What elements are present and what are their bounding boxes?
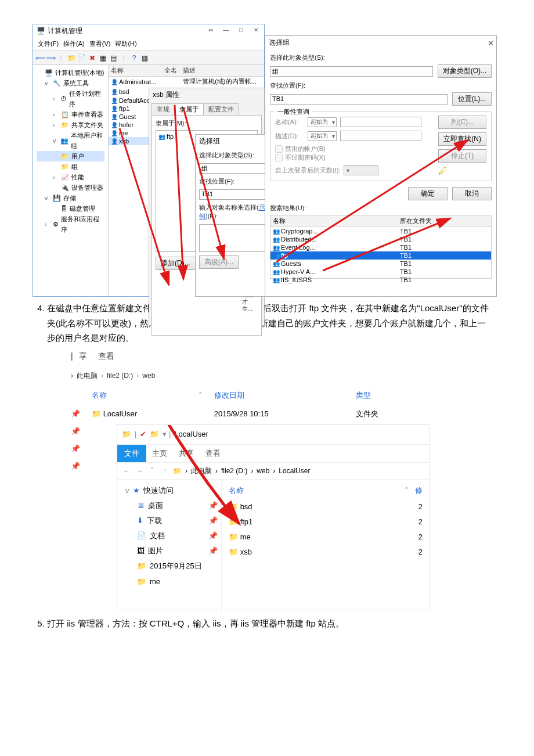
crumb-localuser[interactable]: LocalUser [279, 465, 310, 477]
tab-view[interactable]: 查看 [200, 445, 226, 462]
advanced-button[interactable]: 高级(A)... [199, 255, 239, 269]
result-row[interactable]: Event Log...TB1 [270, 243, 491, 251]
stop-button[interactable]: 停止(T) [438, 149, 486, 163]
tree-event-viewer[interactable]: ›📋 事件查看器 [37, 109, 104, 120]
result-row[interactable]: GuestsTB1 [270, 260, 491, 268]
tree-device-manager[interactable]: 🔌 设备管理器 [37, 182, 104, 193]
col-desc[interactable]: 描述 [181, 65, 264, 77]
results-list[interactable]: 名称所在文件夹 Cryptograp...TB1 Distributed...T… [270, 215, 492, 279]
menu-help[interactable]: 帮助(H) [115, 39, 136, 48]
tree-performance[interactable]: ›📈 性能 [37, 172, 104, 182]
up-icon[interactable]: ↑ [160, 465, 169, 477]
obj-type-field[interactable]: 组 [199, 163, 266, 174]
folder-row[interactable]: 📁 ftp12 [226, 514, 425, 530]
restore-button[interactable]: ⇔ [204, 26, 218, 35]
col-name[interactable]: 名称 ˄ [86, 386, 208, 405]
close-icon[interactable]: ✕ [488, 37, 494, 50]
tab-file[interactable]: 文件 [117, 445, 146, 462]
name-mode-dropdown[interactable]: 起始为 [308, 117, 337, 127]
nav-downloads[interactable]: ⬇ 下载 📌 [120, 513, 219, 528]
result-row-selected[interactable]: ftpTB1 [270, 251, 491, 260]
desc-input[interactable] [340, 131, 421, 141]
tab-profile[interactable]: 配置文件 [203, 103, 239, 115]
folder-row[interactable]: 📁 me2 [226, 530, 425, 545]
tree-task-scheduler[interactable]: ›⏱ 任务计划程序 [37, 88, 104, 109]
nav-desktop[interactable]: 🖥 桌面 📌 [120, 498, 219, 513]
forward-icon[interactable]: ⟹ [46, 53, 55, 63]
cancel-button[interactable]: 取消 [452, 187, 492, 200]
nav-documents[interactable]: 📄 文档 📌 [120, 528, 219, 543]
result-row[interactable]: IIS_IUSRSTB1 [270, 276, 491, 284]
col-name[interactable]: 名称 ˄ [226, 482, 411, 499]
col-date[interactable]: 修改日期 [208, 386, 351, 405]
result-row[interactable]: Cryptograp...TB1 [270, 227, 491, 236]
extra-icon[interactable]: ▥ [140, 53, 149, 63]
tree-disk-management[interactable]: 🗄 磁盘管理 [37, 203, 104, 214]
sheet-icon[interactable]: 📄 [77, 53, 86, 63]
name-field[interactable] [199, 224, 266, 252]
ok-button[interactable]: 确定 [408, 187, 448, 200]
crumb-root[interactable]: 此电脑 [191, 465, 212, 477]
tree-system-tools[interactable]: v🔧 系统工具 [37, 78, 104, 88]
col-name[interactable]: 名称 [109, 65, 162, 77]
close-button[interactable]: ✕ [249, 26, 263, 35]
add-button[interactable]: 添加(D)... [156, 257, 196, 270]
max-button[interactable]: □ [234, 26, 248, 35]
back-icon[interactable]: ← [122, 465, 131, 477]
tree-local-users-groups[interactable]: v👥 本地用户和组 [37, 130, 104, 151]
col-folder[interactable]: 所在文件夹 [398, 215, 491, 227]
columns-button[interactable]: 列(C)... [438, 116, 486, 129]
back-icon[interactable]: ⟸ [35, 53, 45, 63]
obj-type-field[interactable]: 组 [270, 66, 433, 77]
tab-share[interactable]: 共享 [173, 445, 200, 462]
tree-shared-folders[interactable]: ›📁 共享文件夹 [37, 120, 104, 130]
user-row[interactable]: Administrat...管理计算机(域)的内置帐... [109, 77, 264, 87]
crumb-d[interactable]: file2 (D:) [107, 370, 133, 381]
tree-services-apps[interactable]: ›⚙ 服务和应用程序 [37, 214, 104, 235]
help-icon[interactable]: ? [129, 53, 139, 63]
tree-users[interactable]: 📁 用户 [37, 151, 104, 161]
tree-root[interactable]: 🖥️ 计算机管理(本地) [37, 67, 104, 78]
delete-icon[interactable]: ✖ [88, 53, 97, 63]
name-input[interactable] [340, 117, 421, 127]
menu-view[interactable]: 查看(V) [89, 39, 111, 48]
menu-file[interactable]: 文件(F) [38, 39, 59, 48]
recent-dropdown-icon[interactable]: ˅ [147, 465, 157, 477]
breadcrumb[interactable]: › 此电脑› file2 (D:)› web [65, 366, 424, 385]
forward-icon[interactable]: → [135, 465, 144, 477]
col-fullname[interactable]: 全名 [162, 65, 181, 77]
find-now-button[interactable]: 立即查找(N) [438, 132, 486, 146]
col-name[interactable]: 名称 [270, 215, 398, 227]
col-type[interactable]: 类型 [350, 386, 424, 405]
tab-general[interactable]: 常规 [151, 103, 175, 115]
result-row[interactable]: Hyper-V A...TB1 [270, 268, 491, 276]
locations-button[interactable]: 位置(L)... [452, 92, 492, 106]
tree-storage[interactable]: v💾 存储 [37, 193, 104, 203]
pen-icon[interactable]: 🖊 [438, 166, 486, 177]
folder-row[interactable]: 📁 bsd2 [226, 499, 425, 514]
folder-row[interactable]: 📌 📁 LocalUser 2015/9/28 10:15 文件夹 [65, 405, 424, 423]
tree-groups[interactable]: 📁 组 [37, 161, 104, 172]
quick-access[interactable]: v ★ 快速访问 [120, 483, 219, 498]
qat-check-icon[interactable]: ✔ [140, 428, 146, 441]
list-icon[interactable]: ▦ [98, 53, 107, 63]
folder-icon[interactable]: 📁 [67, 53, 76, 63]
object-types-button[interactable]: 对象类型(O)... [438, 64, 492, 78]
crumb-web[interactable]: web [142, 370, 155, 381]
tab-home[interactable]: 主页 [146, 445, 173, 462]
example-link[interactable]: 示例 [199, 204, 265, 219]
loc-field[interactable]: TB1 [270, 94, 448, 105]
desc-mode-dropdown[interactable]: 起始为 [308, 131, 337, 141]
crumb-root[interactable]: 此电脑 [77, 370, 98, 381]
nav-datefolder[interactable]: 📁 2015年9月25日 [120, 559, 219, 574]
lastlogon-dropdown[interactable] [344, 165, 378, 175]
tab-memberof[interactable]: 隶属于 [174, 103, 204, 115]
crumb-web[interactable]: web [257, 465, 269, 477]
menu-action[interactable]: 操作(A) [63, 39, 85, 48]
nav-me[interactable]: 📁 me [120, 574, 219, 589]
nav-pictures[interactable]: 🖼 图片 📌 [120, 543, 219, 559]
tab-share-partial[interactable]: 享 [79, 351, 87, 361]
crumb-d[interactable]: file2 (D:) [221, 465, 247, 477]
folder-row[interactable]: 📁 xsb2 [226, 545, 425, 560]
min-button[interactable]: — [219, 26, 233, 35]
